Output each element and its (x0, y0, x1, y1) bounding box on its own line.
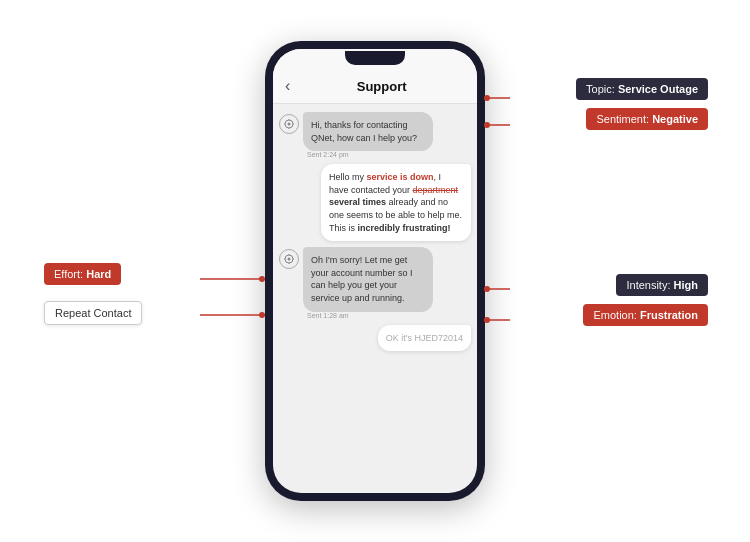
effort-value: Hard (86, 268, 111, 280)
repeat-contact-annotation: Repeat Contact (44, 301, 142, 325)
chat-title: Support (298, 79, 465, 94)
repeat-contact-label: Repeat Contact (55, 307, 131, 319)
topic-value: Service Outage (618, 83, 698, 95)
svg-point-7 (288, 258, 291, 261)
message-row-agent-1: Hi, thanks for contacting QNet, how can … (279, 112, 471, 158)
phone-notch (345, 51, 405, 65)
highlight-frustrating: incredibly frustrating! (358, 223, 451, 233)
topic-label: Topic: (586, 83, 615, 95)
back-icon[interactable]: ‹ (285, 77, 290, 95)
topic-annotation: Topic: Service Outage (576, 78, 708, 100)
message-row-user-1: Hello my service is down, I have contact… (279, 164, 471, 241)
svg-point-1 (288, 123, 291, 126)
highlight-department: department (413, 185, 459, 195)
effort-annotation: Effort: Hard (44, 263, 121, 285)
highlight-several-times: several times (329, 197, 386, 207)
intensity-label: Intensity: (626, 279, 670, 291)
message-row-user-2: OK it's HJED72014 (279, 325, 471, 352)
message-row-agent-2: Oh I'm sorry! Let me get your account nu… (279, 247, 471, 318)
effort-label: Effort: (54, 268, 83, 280)
intensity-annotation: Intensity: High (616, 274, 708, 296)
chat-body: Hi, thanks for contacting QNet, how can … (273, 104, 477, 359)
sentiment-label: Sentiment: (596, 113, 649, 125)
agent-avatar (279, 114, 299, 134)
highlight-service-down: service is down (367, 172, 434, 182)
msg-time-2: Sent 1:28 am (303, 312, 433, 319)
emotion-annotation: Emotion: Frustration (583, 304, 708, 326)
agent-bubble-1: Hi, thanks for contacting QNet, how can … (303, 112, 433, 151)
msg-time-1: Sent 2:24 pm (303, 151, 433, 158)
phone-screen: ‹ Support Hi, thanks for contacting QNet… (273, 49, 477, 493)
emotion-value: Frustration (640, 309, 698, 321)
agent-avatar-2 (279, 249, 299, 269)
user-bubble-2: OK it's HJED72014 (378, 325, 471, 352)
user-bubble-1: Hello my service is down, I have contact… (321, 164, 471, 241)
phone-wrapper: ‹ Support Hi, thanks for contacting QNet… (265, 41, 485, 501)
sentiment-annotation: Sentiment: Negative (586, 108, 708, 130)
intensity-value: High (674, 279, 698, 291)
sentiment-value: Negative (652, 113, 698, 125)
agent-bubble-2: Oh I'm sorry! Let me get your account nu… (303, 247, 433, 311)
emotion-label: Emotion: (593, 309, 636, 321)
